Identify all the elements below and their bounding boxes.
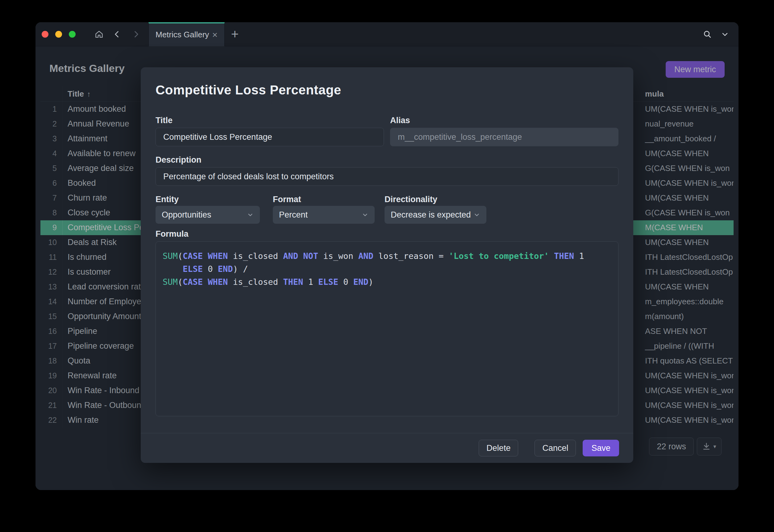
code-token: CASE <box>183 251 203 261</box>
description-input[interactable] <box>156 167 618 186</box>
code-token: SUM <box>163 251 178 261</box>
titlebar: Metrics Gallery × + <box>35 22 739 46</box>
back-chevron-icon[interactable] <box>113 30 121 39</box>
code-line: SUM(CASE WHEN is_closed AND NOT is_won A… <box>163 250 611 263</box>
format-select-value: Percent <box>279 210 308 220</box>
chevron-down-icon <box>247 211 254 218</box>
code-token <box>203 251 208 261</box>
code-token: 'Lost to competitor' <box>449 251 549 261</box>
code-token: THEN <box>283 277 303 287</box>
window-zoom-button[interactable] <box>69 31 76 38</box>
chevron-down-icon[interactable] <box>721 30 729 39</box>
cancel-button[interactable]: Cancel <box>535 440 576 456</box>
code-token: ) / <box>233 264 248 274</box>
chevron-down-icon <box>473 211 480 218</box>
code-token: AND <box>358 251 373 261</box>
tab-metrics-gallery[interactable]: Metrics Gallery × <box>148 22 225 46</box>
alias-field-label: Alias <box>390 116 410 125</box>
save-button[interactable]: Save <box>583 440 619 456</box>
code-token: AND <box>283 251 298 261</box>
code-token: 1 <box>574 251 584 261</box>
delete-button[interactable]: Delete <box>479 440 518 456</box>
search-icon[interactable] <box>703 30 712 39</box>
description-field-label: Description <box>156 155 202 165</box>
code-line: SUM(CASE WHEN is_closed THEN 1 ELSE 0 EN… <box>163 276 611 289</box>
window-close-button[interactable] <box>42 31 48 38</box>
code-line: ELSE 0 END) / <box>163 263 611 276</box>
code-token: ( <box>178 277 183 287</box>
code-token <box>298 251 303 261</box>
format-select[interactable]: Percent <box>273 206 375 224</box>
entity-field-label: Entity <box>156 195 179 204</box>
home-icon[interactable] <box>95 30 103 39</box>
modal-footer: Delete Cancel Save <box>141 433 633 463</box>
code-token: 1 <box>303 277 318 287</box>
forward-chevron-icon[interactable] <box>132 30 140 39</box>
code-token: NOT <box>303 251 318 261</box>
close-icon[interactable]: × <box>212 30 218 39</box>
title-field-label: Title <box>156 116 173 125</box>
code-token: WHEN <box>208 251 228 261</box>
formula-field-label: Formula <box>156 229 189 239</box>
edit-metric-modal: Competitive Loss Percentage Title Alias … <box>141 67 633 463</box>
entity-select[interactable]: Opportunities <box>156 206 260 224</box>
chevron-down-icon <box>362 211 368 218</box>
directionality-select-value: Decrease is expected <box>391 210 471 220</box>
code-token: ) <box>368 277 373 287</box>
code-token <box>163 264 183 274</box>
tab-title: Metrics Gallery <box>156 30 209 39</box>
code-token: END <box>218 264 233 274</box>
directionality-select[interactable]: Decrease is expected <box>385 206 486 224</box>
directionality-field-label: Directionality <box>385 195 437 204</box>
app-window: Metrics Gallery × + Metrics Gallery New … <box>35 22 739 490</box>
code-token: is_closed <box>228 251 283 261</box>
code-token: is_won <box>318 251 358 261</box>
code-token: THEN <box>554 251 574 261</box>
code-token: SUM <box>163 277 178 287</box>
code-token: ELSE <box>183 264 203 274</box>
code-token: 0 <box>338 277 353 287</box>
code-token: 0 <box>203 264 218 274</box>
code-token <box>203 277 208 287</box>
window-minimize-button[interactable] <box>55 31 62 38</box>
code-token <box>549 251 554 261</box>
code-token: END <box>353 277 368 287</box>
modal-title: Competitive Loss Percentage <box>156 83 341 98</box>
code-token: WHEN <box>208 277 228 287</box>
code-token: CASE <box>183 277 203 287</box>
entity-select-value: Opportunities <box>162 210 211 220</box>
formula-code-editor[interactable]: SUM(CASE WHEN is_closed AND NOT is_won A… <box>156 241 618 416</box>
titlebar-right-controls <box>703 30 739 39</box>
title-input[interactable] <box>156 128 384 146</box>
code-token: ELSE <box>318 277 338 287</box>
code-token: is_closed <box>228 277 283 287</box>
code-token: ( <box>178 251 183 261</box>
traffic-lights <box>35 31 76 38</box>
code-token: lost_reason = <box>373 251 449 261</box>
plus-icon[interactable]: + <box>230 27 239 42</box>
format-field-label: Format <box>273 195 301 204</box>
alias-input <box>390 128 618 146</box>
